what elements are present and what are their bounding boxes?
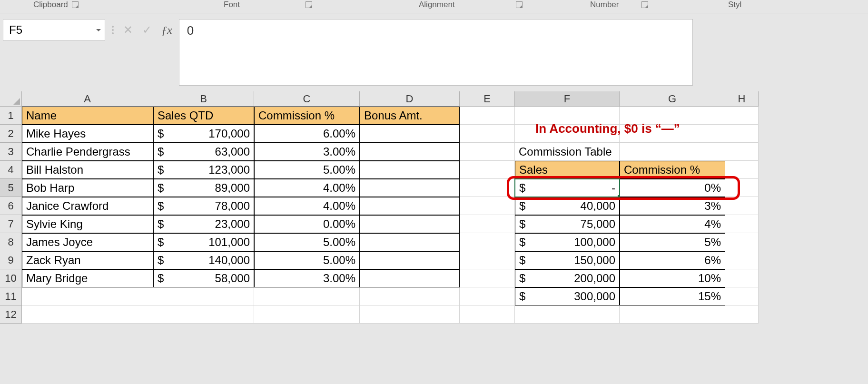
cell-b7[interactable]: $23,000 [153, 215, 254, 233]
cell-g3[interactable] [620, 143, 725, 161]
col-header-b[interactable]: B [153, 91, 254, 107]
cell-d8[interactable] [360, 233, 460, 251]
row-header-10[interactable]: 10 [0, 269, 22, 287]
cell-g8[interactable]: 5% [620, 233, 725, 251]
cell-f3[interactable]: Commission Table [515, 143, 620, 161]
cell-f4[interactable]: Sales [515, 161, 620, 179]
cell-f9[interactable]: $150,000 [515, 251, 620, 269]
cell-g6[interactable]: 3% [620, 197, 725, 215]
cell-d12[interactable] [360, 305, 460, 324]
font-dialog-launcher-icon[interactable] [306, 1, 312, 8]
col-header-e[interactable]: E [460, 91, 515, 107]
row-header-8[interactable]: 8 [0, 233, 22, 251]
cell-e7[interactable] [460, 215, 515, 233]
cell-b4[interactable]: $123,000 [153, 161, 254, 179]
cell-f8[interactable]: $100,000 [515, 233, 620, 251]
cell-c7[interactable]: 0.00% [254, 215, 360, 233]
row-header-5[interactable]: 5 [0, 179, 22, 197]
row-header-3[interactable]: 3 [0, 143, 22, 161]
cell-e12[interactable] [460, 305, 515, 324]
cell-a9[interactable]: Zack Ryan [22, 251, 153, 269]
cell-f10[interactable]: $200,000 [515, 269, 620, 287]
col-header-a[interactable]: A [22, 91, 153, 107]
cell-d11[interactable] [360, 287, 460, 305]
cell-c10[interactable]: 3.00% [254, 269, 360, 287]
cell-a8[interactable]: James Joyce [22, 233, 153, 251]
cell-a11[interactable] [22, 287, 153, 305]
cell-b9[interactable]: $140,000 [153, 251, 254, 269]
select-all-corner[interactable] [0, 91, 22, 107]
cell-c11[interactable] [254, 287, 360, 305]
col-header-d[interactable]: D [360, 91, 460, 107]
cell-c2[interactable]: 6.00% [254, 125, 360, 143]
cell-b10[interactable]: $58,000 [153, 269, 254, 287]
row-header-4[interactable]: 4 [0, 161, 22, 179]
cell-e1[interactable] [460, 107, 515, 125]
cell-h5[interactable] [725, 179, 759, 197]
cell-h1[interactable] [725, 107, 759, 125]
row-header-2[interactable]: 2 [0, 125, 22, 143]
cell-h6[interactable] [725, 197, 759, 215]
fx-icon[interactable]: ƒx [161, 24, 172, 37]
cell-a3[interactable]: Charlie Pendergrass [22, 143, 153, 161]
cell-c9[interactable]: 5.00% [254, 251, 360, 269]
clipboard-dialog-launcher-icon[interactable] [72, 1, 79, 8]
cell-f5[interactable]: $- [515, 179, 620, 197]
chevron-down-icon[interactable] [96, 29, 101, 31]
cell-b3[interactable]: $63,000 [153, 143, 254, 161]
row-header-11[interactable]: 11 [0, 287, 22, 305]
cell-h9[interactable] [725, 251, 759, 269]
cell-e9[interactable] [460, 251, 515, 269]
cell-h3[interactable] [725, 143, 759, 161]
cell-e11[interactable] [460, 287, 515, 305]
row-header-1[interactable]: 1 [0, 107, 22, 125]
cell-h2[interactable] [725, 125, 759, 143]
cell-g7[interactable]: 4% [620, 215, 725, 233]
cell-g4[interactable]: Commission % [620, 161, 725, 179]
cell-c4[interactable]: 5.00% [254, 161, 360, 179]
col-header-h[interactable]: H [725, 91, 759, 107]
cell-b6[interactable]: $78,000 [153, 197, 254, 215]
cell-e4[interactable] [460, 161, 515, 179]
cell-e6[interactable] [460, 197, 515, 215]
cell-f7[interactable]: $75,000 [515, 215, 620, 233]
cell-f6[interactable]: $40,000 [515, 197, 620, 215]
formula-input[interactable]: 0 [179, 19, 693, 86]
cell-a5[interactable]: Bob Harp [22, 179, 153, 197]
cell-h7[interactable] [725, 215, 759, 233]
cell-c3[interactable]: 3.00% [254, 143, 360, 161]
cell-d4[interactable] [360, 161, 460, 179]
cell-h4[interactable] [725, 161, 759, 179]
cell-h8[interactable] [725, 233, 759, 251]
cell-h11[interactable] [725, 287, 759, 305]
cell-d9[interactable] [360, 251, 460, 269]
cell-g11[interactable]: 15% [620, 287, 725, 305]
cell-d10[interactable] [360, 269, 460, 287]
cell-g5[interactable]: 0% [620, 179, 725, 197]
alignment-dialog-launcher-icon[interactable] [516, 1, 523, 8]
cell-a6[interactable]: Janice Crawford [22, 197, 153, 215]
cell-b12[interactable] [153, 305, 254, 324]
cell-b1[interactable]: Sales QTD [153, 107, 254, 125]
cell-e2[interactable] [460, 125, 515, 143]
cell-d5[interactable] [360, 179, 460, 197]
cell-a4[interactable]: Bill Halston [22, 161, 153, 179]
cell-c5[interactable]: 4.00% [254, 179, 360, 197]
col-header-f[interactable]: F [515, 91, 620, 107]
cell-d7[interactable] [360, 215, 460, 233]
cell-e5[interactable] [460, 179, 515, 197]
cell-d6[interactable] [360, 197, 460, 215]
cell-f12[interactable] [515, 305, 620, 324]
cell-f11[interactable]: $300,000 [515, 287, 620, 305]
row-header-6[interactable]: 6 [0, 197, 22, 215]
cell-d1[interactable]: Bonus Amt. [360, 107, 460, 125]
cell-a10[interactable]: Mary Bridge [22, 269, 153, 287]
cell-b11[interactable] [153, 287, 254, 305]
cell-e3[interactable] [460, 143, 515, 161]
cell-h10[interactable] [725, 269, 759, 287]
name-box[interactable]: F5 [3, 19, 105, 41]
cell-e10[interactable] [460, 269, 515, 287]
row-header-7[interactable]: 7 [0, 215, 22, 233]
cell-b2[interactable]: $170,000 [153, 125, 254, 143]
cell-g12[interactable] [620, 305, 725, 324]
